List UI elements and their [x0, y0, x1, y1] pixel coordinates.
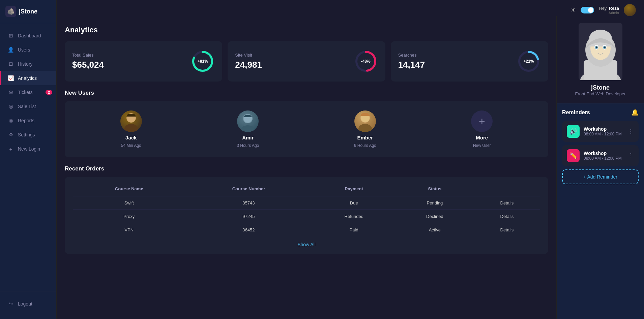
user-time-ember: 6 Hours Ago [354, 143, 376, 148]
order-status: Active [396, 223, 474, 237]
user-name-amir: Amir [242, 135, 254, 140]
orders-card: Course Name Course Number Payment Status… [65, 177, 548, 254]
sidebar-item-history[interactable]: ⊟ History [0, 57, 56, 71]
top-header: ☀ Hey, Reza Admin [57, 0, 644, 16]
sidebar-item-new-login[interactable]: + New Login [0, 142, 56, 156]
reminder-text-1: Workshop 08:00 AM - 12:00 PM [584, 151, 624, 161]
order-action[interactable]: Details [474, 196, 540, 210]
role-text: Admin [599, 11, 619, 15]
user-time-amir: 3 Hours Ago [237, 143, 259, 148]
show-all-link[interactable]: Show All [297, 242, 316, 247]
order-payment: Refunded [312, 210, 396, 223]
order-number: 36452 [185, 223, 312, 237]
sidebar-item-dashboard[interactable]: ⊞ Dashboard [0, 29, 56, 43]
sidebar-label-history: History [18, 61, 33, 67]
main-content: Analytics Total Sales $65,024 +81% [57, 16, 556, 319]
users-icon: 👤 [8, 47, 14, 53]
reminder-name-1: Workshop [584, 151, 624, 156]
tickets-icon: ✉ [8, 89, 14, 95]
sidebar-label-new-login: New Login [18, 146, 40, 152]
stat-card-site-visit: Site Visit 24,981 -48% [228, 41, 385, 82]
new-users-title: New Users [65, 90, 548, 96]
sidebar-label-logout: Logout [18, 301, 32, 307]
svg-point-13 [358, 124, 372, 132]
sidebar-item-sale-list[interactable]: ◎ Sale List [0, 99, 56, 114]
sidebar-label-settings: Settings [18, 132, 35, 137]
user-avatar-jack [120, 110, 142, 132]
toggle-ball [588, 7, 593, 13]
svg-point-10 [241, 125, 255, 132]
profile-name: jStone [591, 84, 610, 91]
stat-percent-searches: +21% [523, 59, 534, 64]
order-course: Proxy [73, 210, 185, 223]
sale-list-icon: ◎ [8, 103, 14, 109]
user-time-jack: 54 Min Ago [121, 143, 141, 148]
header-greeting: Hey, Reza Admin [599, 6, 619, 15]
stat-value-total-sales: $65,024 [72, 60, 104, 70]
stat-value-searches: 14,147 [398, 60, 425, 70]
user-item-jack[interactable]: Jack 54 Min Ago [120, 110, 142, 148]
logout-icon: ↪ [8, 301, 14, 307]
table-row: Proxy 97245 Refunded Declined Details [73, 210, 540, 223]
sidebar-item-analytics[interactable]: 📈 Analytics [0, 71, 56, 85]
reminder-more-1[interactable]: ⋮ [628, 152, 634, 159]
new-login-icon: + [8, 146, 14, 152]
sidebar-item-reports[interactable]: ◎ Reports [0, 114, 56, 128]
sidebar-item-users[interactable]: 👤 Users [0, 43, 56, 57]
user-item-ember[interactable]: Ember 6 Hours Ago [354, 110, 376, 148]
sidebar-label-dashboard: Dashboard [18, 33, 41, 38]
theme-toggle[interactable] [581, 7, 594, 13]
reminders-header: Reminders 🔔 [562, 109, 639, 116]
table-row: VPN 36452 Paid Active Details [73, 223, 540, 237]
stat-card-searches: Searches 14,147 +21% [391, 41, 548, 82]
reminder-time-1: 08:00 AM - 12:00 PM [584, 156, 624, 161]
analytics-icon: 📈 [8, 75, 14, 81]
order-number: 97245 [185, 210, 312, 223]
order-action[interactable]: Details [474, 223, 540, 237]
sidebar-item-settings[interactable]: ⚙ Settings [0, 128, 56, 142]
history-icon: ⊟ [8, 61, 14, 67]
order-action[interactable]: Details [474, 210, 540, 223]
reminder-more-0[interactable]: ⋮ [628, 128, 634, 135]
right-panel: jStone Front End Web Developer Reminders… [556, 16, 644, 319]
sidebar-bottom: ↪ Logout [0, 291, 56, 319]
toggle-pill [581, 7, 594, 13]
header-avatar [624, 4, 636, 16]
sidebar-label-sale-list: Sale List [18, 104, 36, 109]
reminder-time-0: 08:00 AM - 12:00 PM [584, 132, 624, 136]
add-reminder-button[interactable]: + Add Reminder [562, 169, 639, 184]
col-header-payment: Payment [312, 184, 396, 196]
circle-site-visit: -48% [354, 49, 378, 73]
orders-table: Course Name Course Number Payment Status… [73, 184, 540, 236]
reports-icon: ◎ [8, 118, 14, 124]
logo-text: jStone [19, 8, 37, 15]
more-users-button[interactable]: + [471, 110, 493, 132]
sidebar-item-logout[interactable]: ↪ Logout [0, 297, 56, 311]
more-users-item[interactable]: + More New User [471, 110, 493, 148]
reminder-name-0: Workshop [584, 126, 624, 132]
reminder-icon-1: ✏️ [567, 149, 580, 162]
stat-card-total-sales: Total Sales $65,024 +81% [65, 41, 222, 82]
settings-icon: ⚙ [8, 132, 14, 138]
profile-role: Front End Web Developer [575, 91, 625, 96]
stat-label-searches: Searches [398, 53, 425, 58]
reminder-icon-0: 🔊 [567, 125, 580, 138]
content-wrapper: Analytics Total Sales $65,024 +81% [57, 16, 644, 319]
user-name-ember: Ember [357, 135, 373, 140]
sidebar-nav: ⊞ Dashboard 👤 Users ⊟ History 📈 Analytic… [0, 23, 56, 291]
user-avatar-amir [237, 110, 259, 132]
order-course: Swift [73, 196, 185, 210]
user-item-amir[interactable]: Amir 3 Hours Ago [237, 110, 259, 148]
sidebar-label-tickets: Tickets [18, 90, 33, 95]
circle-searches: +21% [517, 49, 541, 73]
user-name-jack: Jack [125, 135, 137, 140]
sidebar-label-users: Users [18, 47, 30, 53]
order-status: Pending [396, 196, 474, 210]
sidebar-item-tickets[interactable]: ✉ Tickets 2 [0, 85, 56, 99]
stat-percent-site-visit: -48% [361, 59, 371, 64]
order-payment: Paid [312, 223, 396, 237]
show-all-area: Show All [73, 242, 540, 247]
bell-icon[interactable]: 🔔 [631, 109, 639, 116]
logo-icon: 🪨 [5, 6, 16, 17]
reminder-text-0: Workshop 08:00 AM - 12:00 PM [584, 126, 624, 136]
